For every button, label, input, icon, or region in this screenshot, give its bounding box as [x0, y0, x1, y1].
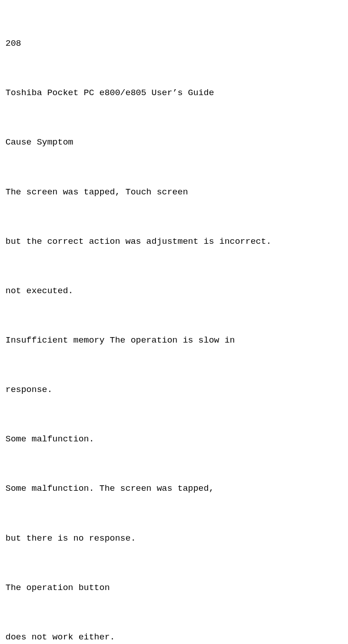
text-line: 208	[5, 35, 343, 52]
text-line: The operation button	[5, 580, 343, 596]
text-line: Toshiba Pocket PC e800/e805 User’s Guide	[5, 85, 343, 101]
text-line: does not work either.	[5, 629, 343, 644]
text-line: Insufficient memory The operation is slo…	[5, 332, 343, 349]
text-line: not executed.	[5, 283, 343, 299]
text-line: response.	[5, 381, 343, 398]
text-line: Some malfunction.	[5, 431, 343, 447]
text-line: The screen was tapped, Touch screen	[5, 184, 343, 200]
text-line: but there is no response.	[5, 530, 343, 547]
text-line: Some malfunction. The screen was tapped,	[5, 480, 343, 497]
text-line: but the correct action was adjustment is…	[5, 233, 343, 250]
text-line: Cause Symptom	[5, 134, 343, 150]
document-page: 208 Toshiba Pocket PC e800/e805 User’s G…	[0, 0, 348, 644]
